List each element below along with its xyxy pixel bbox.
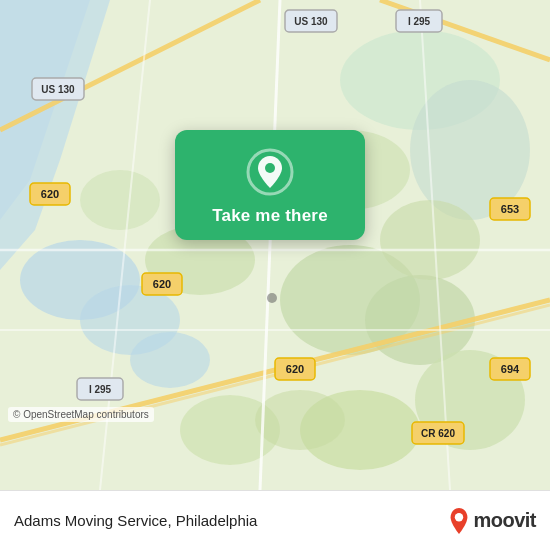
moovit-logo: moovit <box>448 507 536 535</box>
svg-point-5 <box>130 332 210 388</box>
bottom-bar: Adams Moving Service, Philadelphia moovi… <box>0 490 550 550</box>
svg-text:653: 653 <box>501 203 519 215</box>
location-pin-icon <box>246 148 294 196</box>
moovit-pin-icon <box>448 507 470 535</box>
svg-point-13 <box>255 390 345 450</box>
svg-point-17 <box>80 170 160 230</box>
svg-point-47 <box>267 293 277 303</box>
svg-point-49 <box>265 163 275 173</box>
svg-text:620: 620 <box>286 363 304 375</box>
svg-text:620: 620 <box>41 188 59 200</box>
take-me-there-label: Take me there <box>212 206 328 226</box>
moovit-text: moovit <box>473 509 536 532</box>
map-container: 620 620 620 US 130 US 130 I 295 I 295 65… <box>0 0 550 490</box>
svg-text:I 295: I 295 <box>408 16 431 27</box>
place-name: Adams Moving Service, Philadelphia <box>14 512 448 529</box>
svg-text:694: 694 <box>501 363 520 375</box>
svg-text:CR 620: CR 620 <box>421 428 455 439</box>
svg-text:US 130: US 130 <box>41 84 75 95</box>
svg-text:I 295: I 295 <box>89 384 112 395</box>
svg-text:620: 620 <box>153 278 171 290</box>
map-attribution: © OpenStreetMap contributors <box>8 407 154 422</box>
svg-text:US 130: US 130 <box>294 16 328 27</box>
popup-card[interactable]: Take me there <box>175 130 365 240</box>
svg-point-16 <box>380 200 480 280</box>
svg-point-50 <box>455 513 463 521</box>
